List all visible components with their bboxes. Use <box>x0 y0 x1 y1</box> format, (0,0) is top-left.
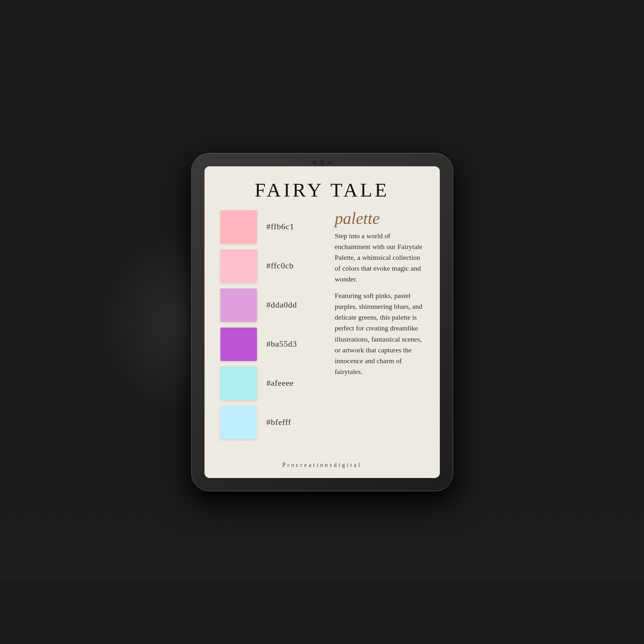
color-row-2: #ffc0cb <box>220 249 329 283</box>
swatch-ffb6c1 <box>220 210 257 244</box>
title-area: FAIRY TALE <box>220 179 424 201</box>
ipad-top-bar <box>313 161 331 165</box>
screen-content: FAIRY TALE #ffb6c1 #ffc0cb #dda0 <box>204 166 440 478</box>
hex-label-6: #bfefff <box>267 418 291 427</box>
camera-dot-right <box>328 161 331 164</box>
swatch-ba55d3 <box>220 328 257 361</box>
color-row-3: #dda0dd <box>220 288 329 322</box>
ipad-screen: FAIRY TALE #ffb6c1 #ffc0cb #dda0 <box>204 166 440 478</box>
main-layout: #ffb6c1 #ffc0cb #dda0dd #ba55d3 <box>220 210 424 455</box>
hex-label-5: #afeeee <box>267 378 294 388</box>
ipad-device: FAIRY TALE #ffb6c1 #ffc0cb #dda0 <box>192 154 453 491</box>
palette-label-wrapper: palette <box>335 210 424 227</box>
description-text-2: Featuring soft pinks, pastel purples, sh… <box>335 290 424 377</box>
color-row-4: #ba55d3 <box>220 328 329 361</box>
palette-cursive-label: palette <box>335 209 380 227</box>
table-surface <box>0 517 644 644</box>
hex-label-4: #ba55d3 <box>267 339 297 349</box>
swatch-afeeee <box>220 367 257 400</box>
hex-label-3: #dda0dd <box>267 300 297 310</box>
description-text-1: Step into a world of enchantment with ou… <box>335 231 424 285</box>
colors-column: #ffb6c1 #ffc0cb #dda0dd #ba55d3 <box>220 210 329 455</box>
footer-text: Procreationsdigital <box>282 455 362 468</box>
camera-dot-center <box>320 161 324 165</box>
description-column: palette Step into a world of enchantment… <box>329 210 424 455</box>
camera-dot-left <box>313 161 316 164</box>
hex-label-1: #ffb6c1 <box>267 222 294 232</box>
color-row-6: #bfefff <box>220 406 329 439</box>
main-title: FAIRY TALE <box>220 179 424 201</box>
swatch-bfefff <box>220 406 257 439</box>
color-row-5: #afeeee <box>220 367 329 400</box>
swatch-dda0dd <box>220 288 257 322</box>
color-row-1: #ffb6c1 <box>220 210 329 244</box>
hex-label-2: #ffc0cb <box>267 261 294 271</box>
swatch-ffc0cb <box>220 249 257 283</box>
